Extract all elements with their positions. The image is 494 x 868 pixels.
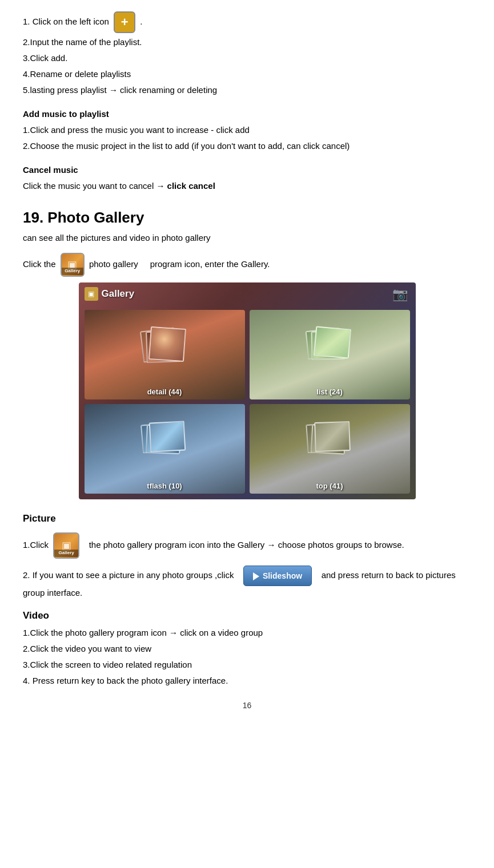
step3-text: 3.Click add.: [23, 53, 67, 63]
add-music-line2: 2.Choose the music project in the list t…: [23, 139, 471, 153]
video-line1: 1.Click the photo gallery program icon →…: [23, 626, 471, 640]
gallery-cell-detail-label: detail (44): [147, 387, 182, 396]
cancel-music-text-start: Click the music you want to cancel →: [23, 181, 167, 191]
picture-line1: 1.Click Gallery the photo gallery progra…: [23, 532, 471, 559]
click-gallery-mid: photo gallery: [89, 259, 138, 269]
click-gallery-end: program icon, enter the Gallery.: [150, 259, 270, 269]
add-music-heading: Add music to playlist: [23, 107, 471, 121]
cancel-music-heading: Cancel music: [23, 163, 471, 177]
gallery-screen-header: ▣ Gallery: [85, 287, 135, 301]
photo-gallery-intro: can see all the pictures and video in ph…: [23, 231, 471, 245]
step2-text: 2.Input the name of the playlist.: [23, 37, 142, 47]
video-heading: Video: [23, 608, 471, 624]
slideshow-label: Slideshow: [263, 571, 302, 580]
step1-dot: .: [140, 17, 142, 26]
step1-line: 1. Click on the left icon .: [23, 11, 471, 33]
step1-text: 1. Click on the left icon: [23, 17, 109, 26]
gallery-screenshot: ▣ Gallery 📷 detail (44): [79, 282, 416, 499]
add-music-line1: 1.Click and press the music you want to …: [23, 123, 471, 137]
picture-line1-mid: the photo gallery program icon into the …: [89, 540, 404, 550]
step4-line: 4.Rename or delete playlists: [23, 67, 471, 81]
video-line4: 4. Press return key to back the photo ga…: [23, 674, 471, 688]
picture-line1-start: 1.Click: [23, 540, 49, 550]
gallery-cell-top-label: top (41): [316, 482, 343, 490]
gallery-cell-detail: detail (44): [85, 310, 245, 399]
gallery-cell-list-label: list (24): [316, 387, 343, 396]
click-gallery-line: Click the Gallery photo gallery program …: [23, 253, 471, 277]
step5-text: 5.lasting press playlist → click renamin…: [23, 85, 217, 95]
video-line2: 2.Click the video you want to view: [23, 642, 471, 656]
step5-line: 5.lasting press playlist → click renamin…: [23, 83, 471, 97]
gallery-app-icon-small: Gallery: [61, 253, 85, 277]
gallery-cell-tflash-label: tflash (10): [147, 482, 182, 490]
picture-line2-start: 2. If you want to see a picture in any p…: [23, 570, 234, 580]
camera-icon: 📷: [392, 287, 408, 302]
play-icon: [253, 572, 259, 580]
gallery-grid: detail (44) list (24): [85, 310, 410, 494]
click-gallery-start: Click the: [23, 259, 56, 269]
page-number: 16: [23, 699, 471, 712]
gallery-cell-top: top (41): [250, 404, 410, 494]
step4-text: 4.Rename or delete playlists: [23, 69, 131, 79]
gallery-app-icon-picture: Gallery: [53, 532, 79, 559]
step2-line: 2.Input the name of the playlist.: [23, 35, 471, 49]
video-line3: 3.Click the screen to video related regu…: [23, 658, 471, 672]
step3-line: 3.Click add.: [23, 51, 471, 65]
picture-heading: Picture: [23, 511, 471, 527]
photo-gallery-heading: 19. Photo Gallery: [23, 209, 471, 227]
gallery-header-icon: ▣: [85, 287, 98, 301]
slideshow-button[interactable]: Slideshow: [243, 566, 312, 586]
gallery-cell-list: list (24): [250, 310, 410, 399]
cancel-music-line: Click the music you want to cancel → cli…: [23, 179, 471, 193]
gallery-cell-tflash: tflash (10): [85, 404, 245, 494]
picture-line2: 2. If you want to see a picture in any p…: [23, 566, 471, 600]
cancel-music-text-bold: click cancel: [167, 181, 215, 191]
plus-icon: [114, 11, 135, 33]
gallery-header-title: Gallery: [102, 288, 135, 300]
